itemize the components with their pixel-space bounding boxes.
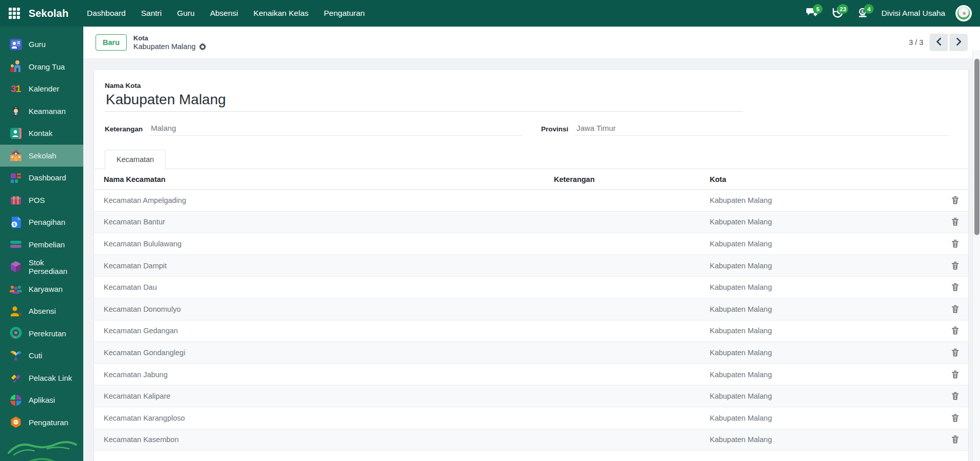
table-row[interactable]: Kecamatan JabungKabupaten Malang [94, 364, 968, 386]
kota-cell[interactable]: Kabupaten Malang [710, 327, 939, 335]
sidebar-item-karyawan[interactable]: Karyawan [0, 278, 83, 301]
notebook-tabs: Kecamatan [94, 150, 968, 169]
table-row[interactable]: Kecamatan KarangplosoKabupaten Malang [94, 407, 968, 429]
sidebar-item-penagihan[interactable]: $ Penagihan [0, 211, 83, 234]
sidebar-item-orang-tua[interactable]: Orang Tua [0, 56, 83, 78]
delete-row-button[interactable] [939, 239, 960, 249]
sidebar-item-keamanan[interactable]: Keamanan [0, 100, 83, 123]
vertical-scrollbar[interactable] [972, 50, 980, 461]
apps-grid-icon[interactable] [9, 8, 20, 19]
kecamatan-name-cell[interactable]: Kecamatan Karangploso [104, 414, 554, 422]
nav-item-guru[interactable]: Guru [171, 5, 200, 22]
sidebar-item-absensi[interactable]: Absensi [0, 300, 83, 322]
delete-row-button[interactable] [939, 282, 960, 292]
kecamatan-name-cell[interactable]: Kecamatan Donomulyo [104, 305, 554, 313]
sidebar-item-label: Kontak [29, 129, 53, 137]
sidebar-item-aplikasi[interactable]: Aplikasi [0, 389, 83, 411]
kota-cell[interactable]: Kabupaten Malang [710, 414, 939, 422]
delete-row-button[interactable] [939, 370, 960, 380]
delete-row-button[interactable] [939, 434, 960, 445]
kota-cell[interactable]: Kabupaten Malang [710, 218, 939, 226]
kecamatan-name-cell[interactable]: Kecamatan Gedangan [104, 327, 554, 335]
pager-next-button[interactable] [949, 34, 968, 51]
sidebar-item-label: Perekrutan [29, 329, 66, 338]
tab-kecamatan[interactable]: Kecamatan [105, 150, 166, 169]
user-menu[interactable]: Divisi Amal Usaha [881, 9, 945, 18]
column-header-kota[interactable]: Kota [710, 175, 939, 183]
messages-button[interactable]: 5 [803, 5, 821, 22]
kecamatan-name-cell[interactable]: Kecamatan Dau [104, 283, 554, 291]
pager-previous-button[interactable] [929, 34, 948, 51]
kota-cell[interactable]: Kabupaten Malang [710, 435, 939, 444]
sidebar-item-pembelian[interactable]: Pembelian [0, 234, 83, 256]
action-gear-icon[interactable] [199, 43, 206, 51]
sidebar-item-pos[interactable]: POS [0, 189, 83, 212]
kota-cell[interactable]: Kabupaten Malang [710, 349, 939, 357]
scrollbar-thumb[interactable] [974, 59, 979, 235]
column-header-nama-kecamatan[interactable]: Nama Kecamatan [104, 175, 554, 183]
nav-item-pengaturan[interactable]: Pengaturan [318, 5, 371, 22]
delete-row-button[interactable] [939, 326, 960, 336]
delete-row-button[interactable] [939, 304, 960, 314]
kota-cell[interactable]: Kabupaten Malang [710, 240, 939, 248]
kecamatan-name-cell[interactable]: Kecamatan Kasembon [104, 435, 554, 444]
kota-cell[interactable]: Kabupaten Malang [710, 371, 939, 379]
breadcrumb-parent-kota[interactable]: Kota [133, 34, 206, 42]
employees-icon [9, 282, 22, 296]
app-name[interactable]: Sekolah [29, 8, 68, 19]
kecamatan-name-cell[interactable]: Kecamatan Kalipare [104, 392, 554, 400]
delete-row-button[interactable] [939, 348, 960, 358]
delete-row-button[interactable] [939, 217, 960, 227]
table-row[interactable]: Kecamatan KalipareKabupaten Malang [94, 385, 968, 407]
cashier-button[interactable]: $ 4 [854, 5, 872, 22]
app-sidebar: Guru Orang Tua 31 Kalender Keamanan Kont… [0, 27, 83, 461]
table-row[interactable]: Kecamatan DampitKabupaten Malang [94, 255, 968, 277]
kota-cell[interactable]: Kabupaten Malang [710, 262, 939, 270]
kota-cell[interactable]: Kabupaten Malang [710, 392, 939, 400]
nav-item-dashboard[interactable]: Dashboard [81, 5, 132, 22]
kota-cell[interactable]: Kabupaten Malang [710, 196, 939, 204]
user-avatar[interactable] [955, 5, 972, 21]
sidebar-item-sekolah[interactable]: Sekolah [0, 145, 83, 167]
activities-button[interactable]: 23 [828, 5, 847, 22]
sidebar-item-pengaturan[interactable]: Pengaturan [0, 411, 83, 434]
delete-row-button[interactable] [939, 261, 960, 271]
nama-kota-input[interactable] [105, 89, 742, 112]
kecamatan-name-cell[interactable]: Kecamatan Gondanglegi [104, 349, 554, 357]
sidebar-item-kontak[interactable]: Kontak [0, 122, 83, 145]
sidebar-item-cuti[interactable]: Cuti [0, 344, 83, 367]
kecamatan-name-cell[interactable]: Kecamatan Dampit [104, 262, 554, 270]
nav-item-kenaikan-kelas[interactable]: Kenaikan Kelas [247, 5, 315, 22]
keterangan-input[interactable] [150, 122, 523, 136]
table-row[interactable]: Kecamatan DonomulyoKabupaten Malang [94, 298, 968, 320]
table-row[interactable]: Kecamatan BululawangKabupaten Malang [94, 233, 968, 255]
kecamatan-name-cell[interactable]: Kecamatan Ampelgading [104, 196, 554, 204]
table-row[interactable]: Kecamatan KasembonKabupaten Malang [94, 429, 968, 451]
sidebar-item-kalender[interactable]: 31 Kalender [0, 78, 83, 100]
table-row[interactable]: Kecamatan GedanganKabupaten Malang [94, 320, 968, 342]
kota-cell[interactable]: Kabupaten Malang [710, 305, 939, 313]
table-row[interactable]: Kecamatan DauKabupaten Malang [94, 276, 968, 298]
column-header-keterangan[interactable]: Keterangan [554, 175, 710, 183]
table-row[interactable]: Kecamatan BanturKabupaten Malang [94, 212, 968, 234]
new-record-button[interactable]: Baru [96, 34, 127, 51]
nav-item-santri[interactable]: Santri [135, 5, 168, 22]
sidebar-item-stok-persediaan[interactable]: Stok Persediaan [0, 256, 83, 278]
table-row[interactable]: Kecamatan GondanglegiKabupaten Malang [94, 342, 968, 364]
sidebar-item-guru[interactable]: Guru [0, 33, 83, 56]
delete-row-button[interactable] [939, 195, 960, 205]
delete-row-button[interactable] [939, 391, 960, 401]
sidebar-item-dashboard[interactable]: Dashboard [0, 167, 83, 189]
chevron-right-icon [955, 38, 962, 47]
sidebar-item-perekrutan[interactable]: Perekrutan [0, 322, 83, 345]
table-row[interactable]: Kecamatan AmpelgadingKabupaten Malang [94, 190, 968, 212]
kecamatan-name-cell[interactable]: Kecamatan Bantur [104, 218, 554, 226]
nav-item-absensi[interactable]: Absensi [204, 5, 244, 22]
kecamatan-name-cell[interactable]: Kecamatan Jabung [104, 371, 554, 379]
delete-row-button[interactable] [939, 413, 960, 423]
provinsi-input[interactable] [575, 122, 949, 136]
sidebar-item-pelacak-link[interactable]: Pelacak Link [0, 367, 83, 389]
kota-cell[interactable]: Kabupaten Malang [710, 283, 939, 291]
trash-icon [950, 434, 960, 445]
kecamatan-name-cell[interactable]: Kecamatan Bululawang [104, 240, 554, 248]
